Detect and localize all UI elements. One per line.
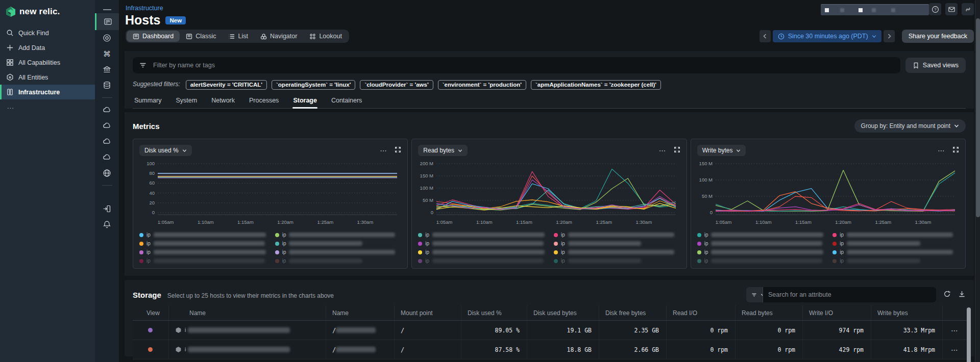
view-tab-dashboard[interactable]: Dashboard [127, 31, 180, 42]
attribute-search-input[interactable] [763, 287, 936, 302]
feedback-button[interactable]: Share your feedback [902, 30, 974, 43]
signin-icon[interactable] [95, 201, 119, 217]
table-scrollbar[interactable] [967, 307, 971, 362]
column-header-name[interactable]: Name [326, 305, 394, 320]
legend-item[interactable]: ip [697, 257, 824, 264]
hosts-icon[interactable] [95, 13, 119, 30]
legend-item[interactable]: ip [139, 240, 266, 247]
filter-input[interactable]: Filter by name or tags [133, 57, 900, 73]
bell-icon[interactable] [95, 217, 119, 232]
cloud-icon[interactable] [95, 118, 119, 134]
sidebar-item-quick-find[interactable]: Quick Find [0, 25, 95, 40]
legend-item[interactable]: ip [275, 257, 402, 264]
time-next-button[interactable] [884, 30, 895, 42]
breadcrumb[interactable]: Infrastructure [126, 5, 163, 12]
column-header-disk-used-bytes[interactable]: Disk used bytes [527, 305, 599, 320]
inbox-icon[interactable] [945, 3, 958, 15]
sidebar-item-all-capabilities[interactable]: All Capabilities [0, 55, 95, 70]
suggested-filter-chip[interactable]: `cloudProvider` = 'aws' [360, 80, 433, 90]
column-header-disk-free-bytes[interactable]: Disk free bytes [599, 305, 666, 320]
legend-item[interactable]: ip [418, 231, 545, 238]
expand-icon[interactable] [674, 146, 680, 155]
column-header-name[interactable]: Name [168, 305, 326, 320]
cloud-icon[interactable] [95, 102, 119, 118]
legend-item[interactable]: ip [697, 231, 824, 238]
help-icon[interactable]: ? [929, 3, 941, 15]
column-header-write-i-o[interactable]: Write I/O [802, 305, 871, 320]
legend-item[interactable]: ip [832, 249, 959, 255]
legend-item[interactable]: ip [832, 240, 959, 247]
chart-menu-icon[interactable]: ⋯ [380, 148, 387, 153]
expand-icon[interactable] [952, 146, 959, 155]
time-picker[interactable]: Since 30 minutes ago (PDT) [773, 30, 881, 42]
legend-item[interactable]: ip [418, 257, 545, 264]
view-tab-list[interactable]: List [222, 31, 254, 42]
cloud-icon[interactable] [95, 134, 119, 149]
expand-icon[interactable] [395, 146, 401, 155]
target-icon[interactable] [95, 30, 119, 46]
legend-item[interactable]: ip [139, 249, 266, 255]
view-tab-lookout[interactable]: Lookout [303, 31, 348, 42]
tab-summary[interactable]: Summary [134, 94, 162, 108]
legend-item[interactable]: ip [697, 240, 824, 247]
page-scrollbar[interactable] [975, 0, 980, 362]
legend-item[interactable]: ip [554, 249, 680, 255]
tab-system[interactable]: System [175, 94, 198, 108]
cloud-icon[interactable] [95, 149, 119, 165]
legend-item[interactable]: ip [139, 231, 266, 238]
legend-item[interactable]: ip [275, 231, 402, 238]
group-by-button[interactable]: Group by: Entity and mount point [854, 119, 966, 133]
column-header-read-i-o[interactable]: Read I/O [666, 305, 735, 320]
chart-metric-selector[interactable]: Read bytes [418, 145, 468, 156]
row-menu-icon[interactable]: ⋯ [942, 340, 967, 359]
globe-icon[interactable] [95, 165, 119, 181]
sidebar-item-infrastructure[interactable]: Infrastructure [0, 85, 95, 99]
download-icon[interactable] [958, 290, 966, 300]
view-tab-navigator[interactable]: Navigator [254, 31, 304, 42]
legend-item[interactable]: ip [697, 249, 824, 255]
chart-metric-selector[interactable]: Write bytes [697, 145, 746, 156]
bank-icon[interactable] [95, 62, 119, 77]
column-header-disk-used-[interactable]: Disk used % [461, 305, 527, 320]
tab-processes[interactable]: Processes [249, 94, 279, 108]
row-menu-icon[interactable]: ⋯ [942, 321, 967, 340]
legend-item[interactable]: ip [418, 240, 545, 247]
newrelic-logo[interactable]: new relic. [0, 0, 95, 18]
tab-containers[interactable]: Containers [331, 94, 362, 108]
saved-views-button[interactable]: Saved views [905, 58, 966, 73]
sidebar-item-all-entities[interactable]: All Entities [0, 70, 95, 85]
database-icon[interactable] [95, 77, 119, 93]
table-row[interactable]: i / / 87.58 % 18.8 GB 2.66 GB 0 rpm 0 rp… [133, 340, 967, 359]
link-icon[interactable] [962, 3, 974, 15]
chart-menu-icon[interactable]: ⋯ [659, 148, 667, 153]
tab-storage[interactable]: Storage [292, 94, 317, 108]
tab-network[interactable]: Network [211, 94, 235, 108]
collapse-handle[interactable] [103, 9, 111, 10]
legend-item[interactable]: ip [832, 231, 959, 238]
column-header-view[interactable]: View [133, 305, 168, 320]
page-scrollbar-thumb[interactable] [976, 18, 980, 217]
table-row[interactable]: i / / 89.05 % 19.1 GB 2.35 GB 0 rpm 0 rp… [133, 321, 967, 340]
column-header-mount-point[interactable]: Mount point [394, 305, 461, 320]
account-widget[interactable] [821, 4, 929, 15]
column-header-read-bytes[interactable]: Read bytes [735, 305, 802, 320]
sidebar-more-button[interactable]: ... [0, 99, 95, 110]
column-header-write-bytes[interactable]: Write bytes [871, 305, 942, 320]
suggested-filter-chip[interactable]: alertSeverity = 'CRITICAL' [186, 80, 267, 90]
legend-item[interactable]: ip [275, 249, 402, 255]
legend-item[interactable]: ip [418, 249, 545, 255]
legend-item[interactable]: ip [139, 257, 266, 264]
view-tab-classic[interactable]: Classic [180, 31, 222, 42]
legend-item[interactable]: ip [554, 257, 680, 264]
legend-item[interactable]: ip [554, 231, 680, 238]
chart-menu-icon[interactable]: ⋯ [938, 148, 945, 153]
legend-item[interactable]: ip [832, 257, 959, 264]
suggested-filter-chip[interactable]: `apmApplicationNames` = 'zookeeper (cell… [531, 80, 661, 90]
time-prev-button[interactable] [760, 30, 771, 42]
legend-item[interactable]: ip [275, 240, 402, 247]
sidebar-item-add-data[interactable]: Add Data [0, 40, 95, 55]
chart-metric-selector[interactable]: Disk used % [139, 145, 192, 156]
suggested-filter-chip[interactable]: `environment` = 'production' [438, 80, 526, 90]
command-icon[interactable]: ⌘ [95, 46, 119, 62]
legend-item[interactable]: ip [554, 240, 680, 247]
